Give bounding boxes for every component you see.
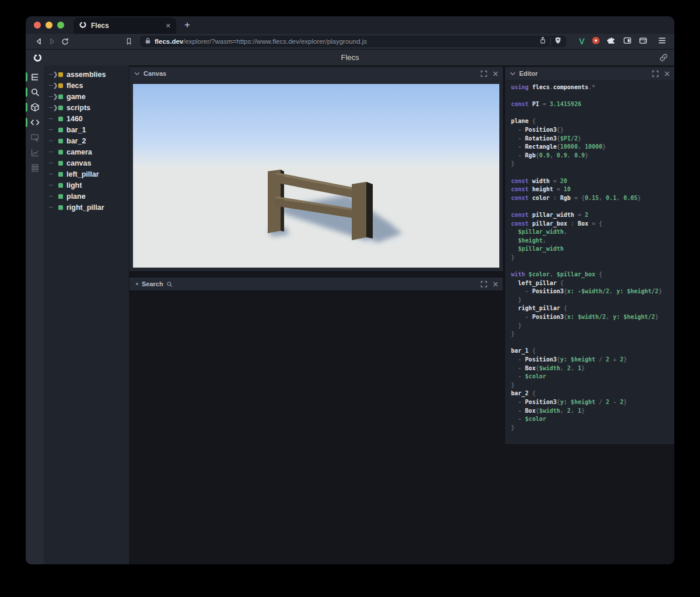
search-panel: Search: [130, 278, 503, 290]
statistics-chart-icon[interactable]: [26, 145, 44, 160]
tree-item[interactable]: light: [44, 180, 129, 191]
tree-item-marker[interactable]: ❯: [49, 94, 58, 100]
zoom-window-button[interactable]: [57, 22, 64, 29]
tree-item[interactable]: ❯ scripts: [44, 102, 129, 113]
window-controls: [26, 16, 74, 34]
editor-code[interactable]: using flecs.components.* const PI = 3.14…: [505, 80, 674, 444]
url-domain: flecs.dev: [155, 38, 183, 45]
collapsed-dot-icon[interactable]: [136, 283, 138, 285]
fullscreen-icon[interactable]: [481, 281, 487, 287]
chevron-down-icon[interactable]: [134, 71, 140, 76]
tree-item-marker[interactable]: [49, 141, 58, 141]
canvas-panel-header[interactable]: Canvas: [130, 67, 503, 80]
extension-icons: V: [571, 36, 667, 47]
tree-item[interactable]: left_pillar: [44, 168, 129, 180]
sidebar-toggle-icon[interactable]: [623, 36, 632, 47]
menu-icon[interactable]: [658, 36, 666, 47]
tree-item-label: camera: [66, 148, 92, 156]
tree-item[interactable]: plane: [44, 191, 129, 202]
tree-item-label: plane: [66, 192, 86, 201]
url-text: flecs.dev/explorer/?wasm=https://www.fle…: [155, 38, 367, 45]
entity-kind-icon: [58, 83, 63, 88]
brave-shield-icon[interactable]: [554, 36, 562, 47]
tree-item-marker[interactable]: ❯: [49, 72, 58, 78]
editor-panel-header[interactable]: Editor: [505, 67, 674, 80]
tree-item-label: 1460: [66, 115, 83, 123]
tree-item-label: game: [66, 93, 86, 101]
tab-title: Flecs: [91, 22, 162, 30]
tree-item[interactable]: ❯ flecs: [44, 80, 129, 91]
close-window-button[interactable]: [34, 22, 41, 29]
tree-item-marker[interactable]: [49, 207, 58, 208]
chevron-down-icon[interactable]: [510, 71, 516, 76]
extensions-puzzle-icon[interactable]: [607, 36, 616, 47]
page-title: Flecs: [26, 53, 674, 62]
tree-item-label: right_pillar: [66, 203, 104, 212]
app-header: Flecs: [26, 49, 674, 65]
editor-panel-title: Editor: [519, 70, 538, 77]
divider: [550, 38, 551, 45]
tree-item-marker[interactable]: [49, 163, 58, 163]
tree-item-marker[interactable]: [49, 129, 58, 130]
adblock-extension-icon[interactable]: [592, 36, 600, 47]
tree-item[interactable]: ❯ game: [44, 91, 129, 102]
entity-kind-icon: [58, 128, 63, 132]
editor-panel: Editor using flecs.components.* const PI…: [505, 67, 674, 444]
tree-item-marker[interactable]: [49, 185, 58, 185]
browser-window: Flecs ✕ +: [26, 16, 674, 564]
canvas-viewport[interactable]: [130, 80, 503, 271]
fullscreen-icon[interactable]: [652, 71, 659, 77]
tree-item-label: left_pillar: [66, 170, 99, 178]
close-tab-icon[interactable]: ✕: [166, 23, 171, 29]
close-panel-icon[interactable]: [493, 282, 498, 287]
tree-item-marker[interactable]: [49, 196, 58, 196]
tree-item-label: scripts: [66, 104, 90, 112]
browser-tab[interactable]: Flecs ✕: [74, 17, 176, 34]
tree-item[interactable]: ❯ assemblies: [44, 69, 129, 80]
tree-item[interactable]: bar_1: [44, 124, 129, 135]
icon-rail: [26, 65, 44, 564]
tree-item-marker[interactable]: [49, 118, 58, 119]
tree-item-label: light: [66, 181, 82, 189]
flecs-favicon: [79, 20, 87, 31]
logs-stack-icon[interactable]: [26, 160, 44, 175]
minimize-window-button[interactable]: [46, 22, 52, 29]
wallet-icon[interactable]: [639, 36, 648, 47]
tree-item[interactable]: canvas: [44, 157, 129, 168]
share-icon[interactable]: [539, 36, 547, 47]
search-panel-header[interactable]: Search: [130, 278, 503, 290]
share-link-icon[interactable]: [659, 53, 668, 64]
center-column: Canvas: [130, 65, 503, 564]
search-icon[interactable]: [26, 85, 44, 100]
forward-button[interactable]: [46, 35, 58, 48]
bookmark-icon[interactable]: [123, 35, 135, 48]
tree-item-marker[interactable]: ❯: [49, 105, 58, 111]
entity-tree-icon[interactable]: [26, 69, 44, 85]
right-pillar: [352, 182, 373, 240]
tree-item[interactable]: camera: [44, 146, 129, 157]
lock-icon: [145, 36, 151, 47]
entity-kind-icon: [58, 161, 63, 166]
reload-button[interactable]: [58, 35, 71, 48]
sky: [133, 84, 499, 147]
inspector-icon[interactable]: [26, 130, 44, 145]
3d-scene: [133, 84, 499, 268]
tree-item-marker[interactable]: [49, 174, 58, 174]
expand-arrow-icon: ❯: [53, 105, 58, 111]
tree-item[interactable]: right_pillar: [44, 202, 129, 213]
tree-item[interactable]: 1460: [44, 113, 129, 124]
vue-devtools-icon[interactable]: V: [579, 37, 584, 45]
tree-item-marker[interactable]: ❯: [49, 83, 58, 89]
close-panel-icon[interactable]: [493, 71, 498, 76]
tree-item-marker[interactable]: [49, 152, 58, 152]
entity-kind-icon: [58, 172, 63, 177]
fullscreen-icon[interactable]: [481, 71, 487, 77]
close-panel-icon[interactable]: [664, 71, 670, 76]
browser-tab-strip: Flecs ✕ +: [26, 16, 674, 34]
new-tab-button[interactable]: +: [176, 16, 198, 34]
address-bar[interactable]: flecs.dev/explorer/?wasm=https://www.fle…: [140, 36, 566, 47]
code-editor-icon[interactable]: [26, 115, 44, 130]
tree-item[interactable]: bar_2: [44, 135, 129, 146]
canvas-3d-icon[interactable]: [26, 100, 44, 115]
back-button[interactable]: [33, 35, 46, 48]
